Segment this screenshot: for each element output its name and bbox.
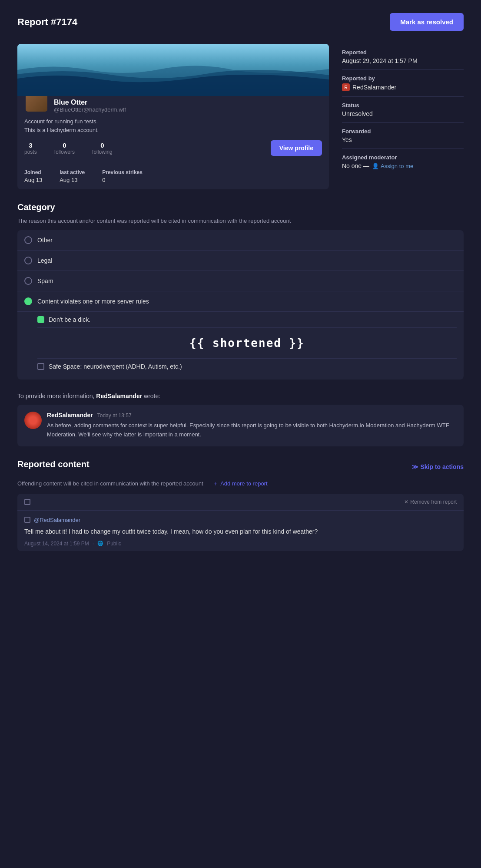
post-timestamp: August 14, 2024 at 1:59 PM — [24, 541, 89, 547]
sub-rule-dick[interactable]: Don't be a dick. — [37, 312, 457, 328]
sub-rule-shortened: {{ shortened }} — [37, 328, 457, 359]
page-title: Report #7174 — [17, 17, 77, 28]
meta-joined: Joined Aug 13 — [24, 169, 42, 183]
radio-legal — [24, 257, 32, 264]
reported-content-section: Reported content ≫ Skip to actions Offen… — [17, 459, 464, 551]
profile-info: Blue Otter @BlueOtter@hachyderm.wtf Acco… — [17, 96, 329, 163]
add-more-link[interactable]: ＋ Add more to report — [213, 480, 267, 488]
report-info: Reported August 29, 2024 at 1:57 PM Repo… — [342, 44, 464, 189]
globe-icon: 🌐 — [97, 541, 103, 546]
comment-intro: To provide more information, RedSalamand… — [17, 393, 464, 399]
comment-section: To provide more information, RedSalamand… — [17, 393, 464, 446]
dot-separator: · — [93, 541, 94, 547]
reported-header: Reported content ≫ Skip to actions — [17, 459, 464, 475]
sub-rule-label-dick: Don't be a dick. — [49, 316, 90, 323]
category-description: The reason this account and/or content w… — [17, 218, 464, 224]
profile-name: Blue Otter — [54, 99, 126, 106]
comment-text: As before, adding comments for context i… — [47, 421, 457, 439]
category-item-spam[interactable]: Spam — [17, 271, 464, 291]
content-card: ✕ Remove from report @RedSalamander Tell… — [17, 494, 464, 551]
content-body: @RedSalamander Tell me about it! I had t… — [17, 511, 464, 551]
content-card-header: ✕ Remove from report — [17, 494, 464, 511]
radio-spam — [24, 277, 32, 285]
post-checkbox[interactable] — [24, 517, 30, 523]
comment-time: Today at 13:57 — [97, 413, 132, 419]
category-label-violates: Content violates one or more server rule… — [37, 298, 149, 305]
profile-meta: Joined Aug 13 last active Aug 13 Previou… — [17, 163, 329, 189]
comment-header: RedSalamander Today at 13:57 — [47, 412, 457, 419]
radio-other — [24, 236, 32, 244]
stat-following: 0 following — [92, 142, 121, 155]
info-forwarded: Forwarded Yes — [342, 123, 464, 149]
info-reported-date: Reported August 29, 2024 at 1:57 PM — [342, 44, 464, 70]
assign-row: No one — 👤 Assign to me — [342, 162, 464, 169]
info-reported-by: Reported by R RedSalamander — [342, 70, 464, 97]
profile-stats: 3 posts 0 followers 0 following View pro… — [24, 140, 322, 156]
radio-violates — [24, 297, 32, 305]
comment-box: RedSalamander Today at 13:57 As before, … — [17, 405, 464, 446]
post-visibility: Public — [107, 541, 121, 547]
post-handle: @RedSalamander — [34, 517, 80, 523]
profile-card: Blue Otter @BlueOtter@hachyderm.wtf Acco… — [17, 44, 329, 189]
category-item-legal[interactable]: Legal — [17, 251, 464, 271]
commenter-avatar — [24, 412, 42, 429]
category-section: Category The reason this account and/or … — [17, 202, 464, 380]
category-title: Category — [17, 202, 464, 212]
category-label-spam: Spam — [37, 277, 53, 284]
profile-section: Blue Otter @BlueOtter@hachyderm.wtf Acco… — [17, 44, 464, 189]
profile-bio: Account for running fun tests. This is a… — [24, 117, 322, 134]
meta-last-active: last active Aug 13 — [60, 169, 85, 183]
category-label-other: Other — [37, 237, 53, 244]
mark-resolved-button[interactable]: Mark as resolved — [390, 13, 464, 31]
skip-to-actions-link[interactable]: ≫ Skip to actions — [412, 463, 464, 470]
profile-handle: @BlueOtter@hachyderm.wtf — [54, 106, 126, 113]
profile-top-row: Blue Otter @BlueOtter@hachyderm.wtf — [24, 100, 322, 113]
stat-followers: 0 followers — [54, 142, 83, 155]
sub-rules: Don't be a dick. {{ shortened }} Safe Sp… — [17, 312, 464, 380]
post-text: Tell me about it! I had to change my out… — [24, 527, 457, 536]
reporter-row: R RedSalamander — [342, 83, 464, 91]
reporter-avatar: R — [342, 83, 350, 91]
double-chevron-icon: ≫ — [412, 463, 418, 470]
comment-author-strong: RedSalamander — [96, 393, 142, 399]
assign-to-me-link[interactable]: 👤 Assign to me — [372, 163, 413, 169]
category-item-other[interactable]: Other — [17, 230, 464, 251]
category-list: Other Legal Spam Content violates one or… — [17, 230, 464, 380]
remove-from-report-link[interactable]: ✕ Remove from report — [404, 499, 457, 505]
comment-content: RedSalamander Today at 13:57 As before, … — [47, 412, 457, 439]
checkbox-safe-space — [37, 363, 44, 370]
sub-rule-safe-space[interactable]: Safe Space: neurodivergent (ADHD, Autism… — [37, 359, 457, 374]
post-user-row: @RedSalamander — [24, 517, 457, 523]
plus-icon: ＋ — [213, 480, 219, 488]
offending-description: Offending content will be cited in commu… — [17, 480, 464, 488]
category-label-legal: Legal — [37, 257, 52, 264]
info-status: Status Unresolved — [342, 97, 464, 123]
commenter-name: RedSalamander — [47, 412, 93, 419]
profile-name-block: Blue Otter @BlueOtter@hachyderm.wtf — [54, 99, 126, 113]
shortened-placeholder: {{ shortened }} — [37, 332, 457, 354]
profile-banner — [17, 44, 329, 96]
meta-strikes: Previous strikes 0 — [102, 169, 143, 183]
reported-content-title: Reported content — [17, 459, 90, 469]
header-checkbox[interactable] — [24, 499, 30, 505]
sub-rule-label-safe-space: Safe Space: neurodivergent (ADHD, Autism… — [49, 363, 182, 370]
page-header: Report #7174 Mark as resolved — [17, 13, 464, 31]
times-icon: ✕ — [404, 499, 408, 505]
person-icon: 👤 — [372, 163, 379, 169]
category-item-violates[interactable]: Content violates one or more server rule… — [17, 291, 464, 312]
view-profile-button[interactable]: View profile — [271, 140, 322, 156]
checkbox-dick — [37, 316, 44, 323]
stat-posts: 3 posts — [24, 142, 46, 155]
info-assigned: Assigned moderator No one — 👤 Assign to … — [342, 149, 464, 175]
post-meta: August 14, 2024 at 1:59 PM · 🌐 Public — [24, 541, 457, 547]
